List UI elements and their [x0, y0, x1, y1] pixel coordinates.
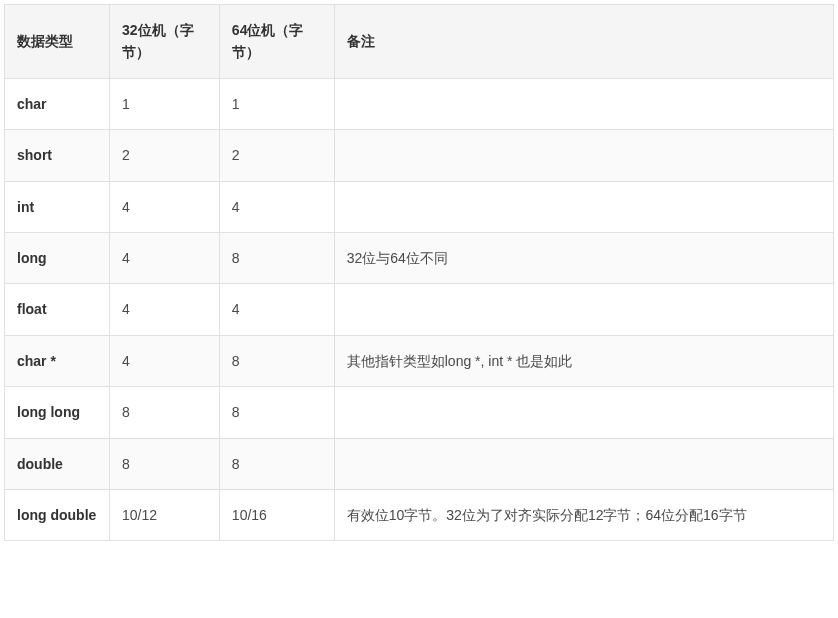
- cell-note: [334, 387, 833, 438]
- cell-32bit: 1: [109, 78, 219, 129]
- cell-type: long: [5, 232, 110, 283]
- cell-64bit: 8: [219, 438, 334, 489]
- table-row: long double 10/12 10/16 有效位10字节。32位为了对齐实…: [5, 489, 834, 540]
- cell-type: long long: [5, 387, 110, 438]
- cell-64bit: 4: [219, 284, 334, 335]
- header-64bit: 64位机（字节）: [219, 5, 334, 79]
- table-row: long 4 8 32位与64位不同: [5, 232, 834, 283]
- cell-32bit: 4: [109, 232, 219, 283]
- header-32bit: 32位机（字节）: [109, 5, 219, 79]
- table-row: long long 8 8: [5, 387, 834, 438]
- table-row: char * 4 8 其他指针类型如long *, int * 也是如此: [5, 335, 834, 386]
- cell-note: [334, 438, 833, 489]
- cell-note: 其他指针类型如long *, int * 也是如此: [334, 335, 833, 386]
- header-data-type: 数据类型: [5, 5, 110, 79]
- cell-note: [334, 284, 833, 335]
- cell-32bit: 4: [109, 335, 219, 386]
- table-row: short 2 2: [5, 130, 834, 181]
- cell-note: [334, 130, 833, 181]
- cell-note: 有效位10字节。32位为了对齐实际分配12字节；64位分配16字节: [334, 489, 833, 540]
- cell-note: [334, 78, 833, 129]
- cell-type: char *: [5, 335, 110, 386]
- cell-32bit: 4: [109, 284, 219, 335]
- header-note: 备注: [334, 5, 833, 79]
- cell-32bit: 2: [109, 130, 219, 181]
- cell-type: char: [5, 78, 110, 129]
- cell-64bit: 10/16: [219, 489, 334, 540]
- cell-32bit: 10/12: [109, 489, 219, 540]
- table-row: char 1 1: [5, 78, 834, 129]
- cell-32bit: 4: [109, 181, 219, 232]
- cell-note: [334, 181, 833, 232]
- table-row: int 4 4: [5, 181, 834, 232]
- data-type-size-table: 数据类型 32位机（字节） 64位机（字节） 备注 char 1 1 short…: [4, 4, 834, 541]
- cell-64bit: 1: [219, 78, 334, 129]
- cell-note: 32位与64位不同: [334, 232, 833, 283]
- cell-64bit: 8: [219, 335, 334, 386]
- header-row: 数据类型 32位机（字节） 64位机（字节） 备注: [5, 5, 834, 79]
- cell-64bit: 8: [219, 232, 334, 283]
- cell-64bit: 2: [219, 130, 334, 181]
- cell-32bit: 8: [109, 387, 219, 438]
- cell-type: long double: [5, 489, 110, 540]
- cell-64bit: 8: [219, 387, 334, 438]
- table-row: float 4 4: [5, 284, 834, 335]
- cell-64bit: 4: [219, 181, 334, 232]
- cell-type: float: [5, 284, 110, 335]
- cell-type: double: [5, 438, 110, 489]
- cell-type: short: [5, 130, 110, 181]
- cell-type: int: [5, 181, 110, 232]
- cell-32bit: 8: [109, 438, 219, 489]
- table-row: double 8 8: [5, 438, 834, 489]
